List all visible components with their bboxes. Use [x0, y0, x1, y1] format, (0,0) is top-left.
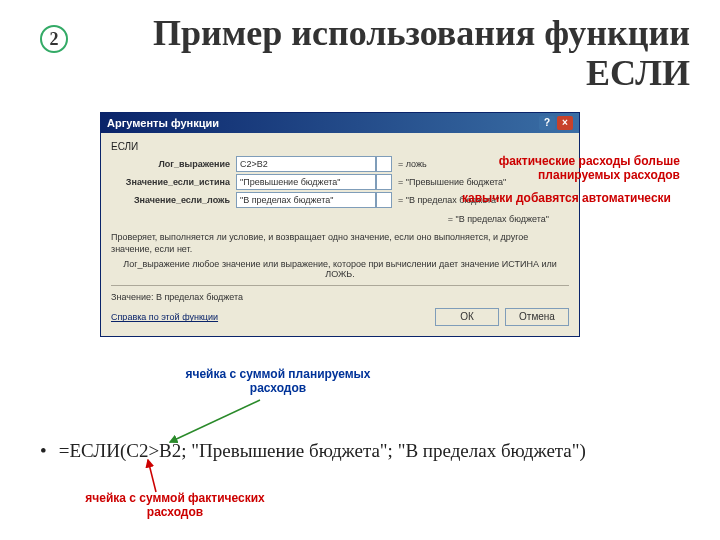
cancel-button[interactable]: Отмена	[505, 308, 569, 326]
range-picker-icon[interactable]	[376, 192, 392, 208]
function-name: ЕСЛИ	[111, 141, 569, 152]
result-preview: = "В пределах бюджета"	[111, 210, 569, 226]
arg-label-false: Значение_если_ложь	[111, 195, 236, 205]
arg-input-true[interactable]: "Превышение бюджета"	[236, 174, 376, 190]
argument-description: Лог_выражение любое значение или выражен…	[111, 259, 569, 279]
dialog-titlebar[interactable]: Аргументы функции ? ×	[101, 113, 579, 133]
annotation-actual-vs-planned: фактические расходы больше планируемых р…	[430, 155, 680, 183]
help-icon[interactable]: ?	[539, 116, 555, 130]
slide-number-badge: 2	[40, 25, 68, 53]
help-link[interactable]: Справка по этой функции	[111, 312, 218, 322]
range-picker-icon[interactable]	[376, 156, 392, 172]
ok-button[interactable]: ОК	[435, 308, 499, 326]
evaluation-line: Значение: В пределах бюджета	[111, 292, 569, 302]
close-icon[interactable]: ×	[557, 116, 573, 130]
svg-line-0	[170, 400, 260, 442]
annotation-quotes-auto: кавычки добавятся автоматически	[462, 192, 682, 206]
arg-input-logical[interactable]: C2>B2	[236, 156, 376, 172]
range-picker-icon[interactable]	[376, 174, 392, 190]
annotation-planned-cell: ячейка с суммой планируемых расходов	[178, 368, 378, 396]
arg-label-true: Значение_если_истина	[111, 177, 236, 187]
svg-line-1	[148, 460, 156, 492]
separator	[111, 285, 569, 286]
arg-input-false[interactable]: "В пределах бюджета"	[236, 192, 376, 208]
slide-title: Пример использования функции ЕСЛИ	[78, 14, 690, 93]
arg-label-logical: Лог_выражение	[111, 159, 236, 169]
annotation-actual-cell: ячейка с суммой фактических расходов	[70, 492, 280, 520]
arg-eval-logical: = ложь	[398, 159, 427, 169]
bullet-icon: •	[40, 440, 54, 462]
arrow-to-c2	[138, 458, 178, 494]
function-description: Проверяет, выполняется ли условие, и воз…	[111, 232, 569, 255]
function-arguments-dialog: Аргументы функции ? × ЕСЛИ Лог_выражение…	[100, 112, 580, 337]
dialog-title-text: Аргументы функции	[107, 117, 219, 129]
